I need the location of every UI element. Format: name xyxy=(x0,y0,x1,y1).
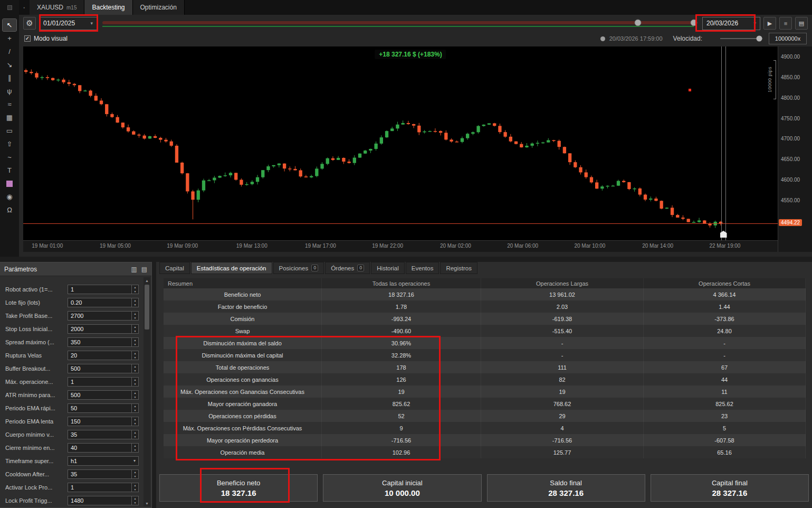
spin-up-icon[interactable]: ▲ xyxy=(132,404,138,408)
spin-up-icon[interactable]: ▲ xyxy=(132,298,138,303)
playback-position-handle[interactable] xyxy=(600,36,605,41)
speed-slider[interactable] xyxy=(720,35,762,42)
spin-up-icon[interactable]: ▲ xyxy=(132,338,138,342)
spin-down-icon[interactable]: ▼ xyxy=(132,421,138,426)
param-input[interactable]: 20▲▼ xyxy=(68,351,139,360)
panel-layout-icon[interactable]: ▥ xyxy=(131,266,137,273)
color-swatch-tool-icon[interactable] xyxy=(3,177,16,190)
param-input[interactable]: 2700▲▼ xyxy=(68,311,139,321)
scroll-down-icon[interactable]: ▼ xyxy=(145,500,149,506)
spin-down-icon[interactable]: ▼ xyxy=(132,448,138,452)
tab-historial[interactable]: Historial xyxy=(371,262,405,274)
spin-up-icon[interactable]: ▲ xyxy=(132,470,138,474)
stop-button[interactable]: ■ xyxy=(779,17,792,30)
spin-up-icon[interactable]: ▲ xyxy=(132,351,138,355)
pitchfork-tool-icon[interactable]: ψ xyxy=(3,85,16,97)
param-input[interactable]: 350▲▼ xyxy=(68,337,139,347)
tab-instrument[interactable]: XAUUSDm15 xyxy=(30,0,84,15)
spin-down-icon[interactable]: ▼ xyxy=(132,369,138,373)
spin-up-icon[interactable]: ▲ xyxy=(132,444,138,448)
param-input[interactable]: h1▾ xyxy=(68,456,139,466)
visual-mode-checkbox[interactable]: ✓ Modo visual xyxy=(24,35,68,42)
tab-ordenes[interactable]: Órdenes0 xyxy=(325,262,370,274)
spin-up-icon[interactable]: ▲ xyxy=(132,483,138,487)
param-input[interactable]: 1480▲▼ xyxy=(68,496,139,505)
save-params-icon[interactable]: ▤ xyxy=(141,266,147,273)
parameters-scrollbar[interactable]: ▲ ▼ xyxy=(144,277,150,506)
spin-down-icon[interactable]: ▼ xyxy=(132,435,138,439)
tab-posiciones[interactable]: Posiciones0 xyxy=(273,262,324,274)
settings-gear-icon[interactable]: ⚙ xyxy=(23,17,36,30)
slider-handle-left[interactable] xyxy=(634,20,641,26)
alert-tool-icon[interactable]: Ω xyxy=(3,204,16,216)
report-button[interactable]: ▤ xyxy=(795,17,808,30)
param-input[interactable]: 35▲▼ xyxy=(68,469,139,479)
param-input[interactable]: 150▲▼ xyxy=(68,417,139,426)
text-tool-icon[interactable]: T xyxy=(3,164,16,176)
spin-down-icon[interactable]: ▼ xyxy=(132,342,138,346)
candlestick-chart[interactable]: +18 327.16 $ (+183%) 10000 pips xyxy=(23,46,778,240)
param-input[interactable]: 0.20▲▼ xyxy=(68,298,139,307)
spin-down-icon[interactable]: ▼ xyxy=(132,474,138,478)
param-input[interactable]: 500▲▼ xyxy=(68,364,139,373)
spin-down-icon[interactable]: ▼ xyxy=(132,289,138,294)
spin-down-icon[interactable]: ▼ xyxy=(132,382,138,386)
price-axis[interactable]: 4494.22 4900.004850.004800.004750.004700… xyxy=(778,46,812,252)
tab-backtesting[interactable]: Backtesting xyxy=(84,0,132,15)
spin-down-icon[interactable]: ▼ xyxy=(132,395,138,399)
app-menu-icon[interactable] xyxy=(0,0,19,15)
spin-up-icon[interactable]: ▲ xyxy=(132,325,138,329)
crosshair-tool-icon[interactable]: + xyxy=(3,32,16,44)
param-input[interactable]: 500▲▼ xyxy=(68,390,139,400)
param-input[interactable]: 1▲▼ xyxy=(68,377,139,387)
tab-registros[interactable]: Registros xyxy=(440,262,477,274)
spin-up-icon[interactable]: ▲ xyxy=(132,391,138,395)
spin-down-icon[interactable]: ▼ xyxy=(132,501,138,505)
spin-up-icon[interactable]: ▲ xyxy=(132,496,138,501)
scroll-up-icon[interactable]: ▲ xyxy=(145,277,149,284)
card-value: 10 000.00 xyxy=(385,488,420,497)
tab-eventos[interactable]: Eventos xyxy=(406,262,440,274)
price-tick: 4650.00 xyxy=(781,156,800,162)
time-axis[interactable]: 19 Mar 01:0019 Mar 05:0019 Mar 09:0019 M… xyxy=(23,240,778,252)
spin-up-icon[interactable]: ▲ xyxy=(132,312,138,316)
wave-tool-icon[interactable]: ≈ xyxy=(3,98,16,110)
start-date-select[interactable]: 01/01/2025 ▾ xyxy=(39,17,97,30)
tab-estadisticas[interactable]: Estadísticas de operación xyxy=(191,262,272,274)
param-input[interactable]: 35▲▼ xyxy=(68,430,139,439)
channel-tool-icon[interactable]: ∥ xyxy=(3,72,16,84)
snapshot-tool-icon[interactable]: ◉ xyxy=(3,191,16,203)
end-date-select[interactable]: 20/03/2026 ▾ xyxy=(702,17,760,30)
play-button[interactable]: ▶ xyxy=(763,17,776,30)
slider-handle-right[interactable] xyxy=(691,20,698,26)
param-input[interactable]: 50▲▼ xyxy=(68,403,139,413)
spin-down-icon[interactable]: ▼ xyxy=(132,355,138,360)
spin-down-icon[interactable]: ▼ xyxy=(132,316,138,320)
spin-up-icon[interactable]: ▲ xyxy=(132,378,138,382)
param-input[interactable]: 2000▲▼ xyxy=(68,324,139,334)
param-input[interactable]: 1▲▼ xyxy=(68,285,139,294)
tab-capital[interactable]: Capital xyxy=(159,262,190,274)
pointer-tool-icon[interactable]: ↖ xyxy=(3,19,16,31)
spin-up-icon[interactable]: ▲ xyxy=(132,364,138,369)
spin-down-icon[interactable]: ▼ xyxy=(132,487,138,492)
speed-slider-handle[interactable] xyxy=(756,36,762,42)
spin-up-icon[interactable]: ▲ xyxy=(132,430,138,435)
arrow-tool-icon[interactable]: ⇧ xyxy=(3,138,16,150)
fibonacci-tool-icon[interactable]: ~ xyxy=(3,151,16,163)
spin-down-icon[interactable]: ▼ xyxy=(132,408,138,412)
date-range-slider[interactable] xyxy=(102,16,694,30)
ray-tool-icon[interactable]: ↘ xyxy=(3,59,16,71)
spin-up-icon[interactable]: ▲ xyxy=(132,417,138,421)
shapes-tool-icon[interactable]: ▭ xyxy=(3,125,16,137)
tab-optimizacion[interactable]: Optimización xyxy=(133,0,185,15)
param-input[interactable]: 1▲▼ xyxy=(68,483,139,492)
grid-tool-icon[interactable]: ▦ xyxy=(3,111,16,124)
tab-label: Eventos xyxy=(412,265,434,271)
scroll-thumb[interactable] xyxy=(145,285,149,330)
spin-up-icon[interactable]: ▲ xyxy=(132,285,138,289)
spin-down-icon[interactable]: ▼ xyxy=(132,303,138,307)
spin-down-icon[interactable]: ▼ xyxy=(132,329,138,333)
param-input[interactable]: 40▲▼ xyxy=(68,443,139,453)
trendline-tool-icon[interactable]: / xyxy=(3,45,16,58)
